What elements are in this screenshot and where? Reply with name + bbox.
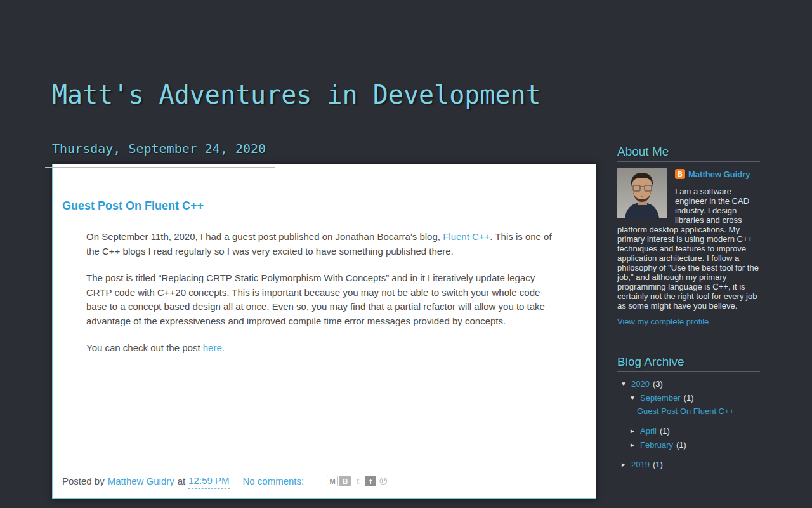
archive-row-2020: ▼ 2020 (3) [617, 377, 760, 391]
widget-divider [617, 371, 760, 372]
archive-row-february: ► February (1) [617, 438, 760, 452]
fluent-cpp-link[interactable]: Fluent C++ [443, 231, 490, 242]
archive-count: (1) [676, 440, 686, 450]
blogger-icon: B [675, 169, 685, 179]
archive-month-link[interactable]: April [640, 426, 657, 436]
expand-toggle-icon[interactable]: ► [629, 440, 636, 450]
archive-count: (1) [684, 393, 694, 403]
blogthis-icon[interactable]: B [339, 476, 351, 486]
expand-toggle-icon[interactable]: ► [629, 426, 636, 436]
archive-count: (1) [653, 460, 663, 470]
sidebar: About Me [617, 145, 760, 472]
paragraph-text: On September 11th, 2020, I had a guest p… [86, 231, 443, 242]
post-paragraph: You can check out the post here. [86, 341, 562, 356]
content-columns: Thursday, September 24, 2020 Guest Post … [52, 141, 760, 499]
archive-month-link[interactable]: September [640, 393, 681, 403]
share-twitter-icon[interactable]: t [352, 476, 363, 486]
about-me-widget: About Me [617, 145, 760, 327]
posted-by-label: Posted by [62, 474, 105, 489]
at-label: at [178, 474, 186, 489]
archive-post-link[interactable]: Guest Post On Fluent C++ [617, 406, 734, 417]
no-comments-link[interactable]: No comments: [243, 474, 304, 489]
archive-year-link[interactable]: 2020 [631, 379, 650, 389]
post-footer: Posted by Matthew Guidry at 12:59 PM No … [62, 473, 586, 489]
profile-name-link[interactable]: Matthew Guidry [688, 170, 750, 179]
blog-archive-title: Blog Archive [617, 355, 760, 369]
archive-posts: Guest Post On Fluent C++ [617, 406, 760, 417]
post-title-link[interactable]: Guest Post On Fluent C++ [62, 198, 586, 213]
post-paragraph: The post is titled “Replacing CRTP Stati… [86, 271, 562, 328]
collapse-toggle-icon[interactable]: ▼ [620, 379, 627, 389]
paragraph-text: You can check out the post [86, 342, 203, 353]
paragraph-text: . [222, 342, 225, 353]
post-body: On September 11th, 2020, I had a guest p… [62, 230, 586, 473]
archive-count: (1) [660, 426, 670, 436]
post-card: Guest Post On Fluent C++ On September 11… [52, 164, 596, 499]
collapse-toggle-icon[interactable]: ▼ [629, 393, 636, 403]
archive-row-april: ► April (1) [617, 424, 760, 438]
expand-toggle-icon[interactable]: ► [620, 460, 627, 470]
archive-month-link[interactable]: February [640, 440, 673, 450]
share-facebook-icon[interactable]: f [365, 476, 376, 486]
blog-title[interactable]: Matt's Adventures in Development [52, 0, 760, 109]
archive-row-2019: ► 2019 (1) [617, 458, 760, 472]
about-me-body: B Matthew Guidry I am a software enginee… [617, 168, 760, 311]
share-buttons: M B t f ℗ [327, 476, 389, 486]
email-post-icon[interactable]: M [327, 476, 338, 486]
timestamp-link[interactable]: 12:59 PM [188, 473, 229, 489]
profile-photo-image [617, 168, 667, 218]
profile-photo[interactable] [617, 168, 667, 218]
author-link[interactable]: Matthew Guidry [108, 474, 174, 489]
archive-count: (3) [653, 379, 663, 389]
archive-list: ▼ 2020 (3) ▼ September (1) Guest Post On… [617, 377, 760, 472]
post-date-header: Thursday, September 24, 2020 [52, 141, 596, 156]
share-pinterest-icon[interactable]: ℗ [377, 476, 389, 486]
archive-row-september: ▼ September (1) [617, 391, 760, 405]
main-column: Thursday, September 24, 2020 Guest Post … [52, 141, 596, 499]
about-me-title: About Me [617, 145, 760, 159]
view-profile-link[interactable]: View my complete profile [617, 317, 709, 326]
post-paragraph: On September 11th, 2020, I had a guest p… [86, 230, 562, 258]
blog-archive-widget: Blog Archive ▼ 2020 (3) ▼ September (1) [617, 355, 760, 472]
widget-divider [617, 161, 760, 162]
profile-name-row: B Matthew Guidry [675, 168, 760, 180]
date-divider-line [45, 167, 275, 168]
page-container: Matt's Adventures in Development Thursda… [52, 0, 760, 499]
archive-year-link[interactable]: 2019 [631, 460, 650, 470]
post-here-link[interactable]: here [203, 342, 222, 353]
